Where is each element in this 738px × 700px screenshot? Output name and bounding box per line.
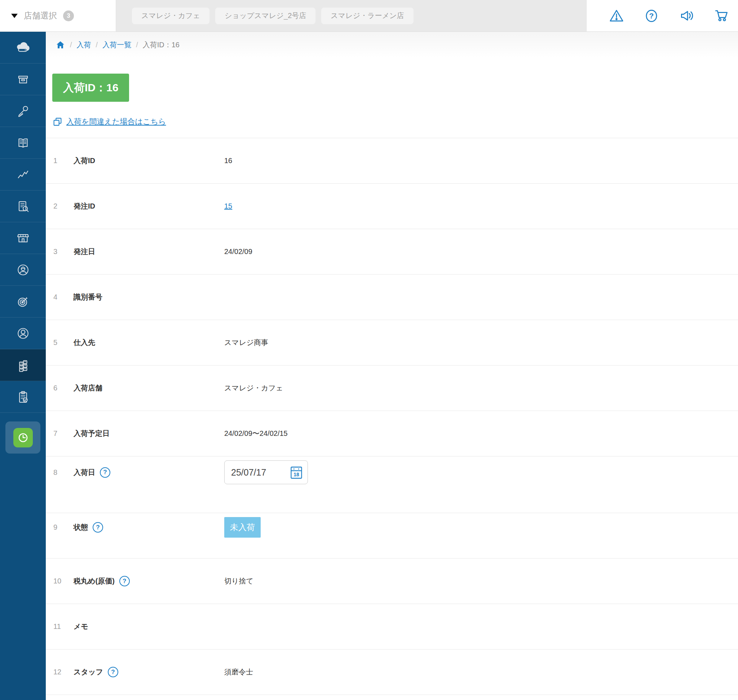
store-selector[interactable]: 店舗選択 3: [0, 0, 116, 31]
field-label: スタッフ?: [73, 667, 224, 677]
sidebar-item-license[interactable]: [0, 95, 46, 127]
person-icon: [15, 325, 31, 341]
field-number: 7: [53, 429, 73, 438]
top-bar: 店舗選択 3 スマレジ・カフェショップスマレジ_2号店スマレジ・ラーメン店 ?: [0, 0, 738, 32]
sidebar-item-targets[interactable]: [0, 286, 46, 318]
field-label: メモ: [73, 622, 224, 631]
field-value: 24/02/09: [224, 247, 738, 256]
book-icon: [15, 135, 31, 151]
store-chip[interactable]: スマレジ・ラーメン店: [321, 7, 413, 24]
field-row: 1 入荷ID 16: [46, 138, 738, 184]
svg-text:?: ?: [649, 12, 654, 20]
breadcrumb: / 入荷 / 入荷一覧 / 入荷ID：16: [46, 32, 738, 58]
sidebar-item-account[interactable]: [0, 318, 46, 349]
field-number: 12: [53, 668, 73, 676]
sidebar-item-members[interactable]: [0, 254, 46, 286]
external-link-icon: [53, 117, 62, 126]
store-selector-label: 店舗選択: [24, 10, 57, 21]
drawers-icon: [15, 357, 31, 373]
mistake-link[interactable]: 入荷を間違えた場合はこちら: [66, 116, 166, 126]
target-icon: [15, 294, 31, 310]
mistake-link-row: 入荷を間違えた場合はこちら: [53, 116, 738, 127]
field-label: 税丸め(原価)?: [73, 576, 224, 586]
store-chip[interactable]: スマレジ・カフェ: [132, 7, 210, 24]
field-label: 状態?: [73, 517, 224, 538]
status-badge: 未入荷: [224, 517, 261, 538]
box-icon: [15, 71, 31, 87]
sidebar-item-stores[interactable]: [0, 222, 46, 254]
field-value-text: スマレジ・カフェ: [224, 383, 283, 393]
key-icon: [15, 103, 31, 119]
arrival-date-input[interactable]: 25/07/17 18: [224, 460, 308, 484]
header-actions: ?: [586, 0, 738, 31]
field-label: 入荷ID: [73, 156, 224, 166]
order-id-link[interactable]: 15: [224, 202, 232, 210]
store-count-badge: 3: [63, 10, 74, 21]
detail-table: 1 入荷ID 16 2 発注ID 15 3 発注日 24/02/09 4 識別番…: [46, 138, 738, 695]
breadcrumb-separator: /: [96, 41, 98, 49]
breadcrumb-current: 入荷ID：16: [143, 40, 179, 50]
field-number: 2: [53, 202, 73, 210]
field-value: 15: [224, 202, 738, 210]
help-icon[interactable]: ?: [643, 7, 660, 24]
sidebar-item-stock[interactable]: [0, 349, 46, 381]
clock-icon: [13, 428, 33, 447]
breadcrumb-link-nyuka[interactable]: 入荷: [77, 40, 91, 50]
field-number: 1: [53, 157, 73, 165]
alert-icon[interactable]: [608, 7, 625, 24]
field-label: 入荷予定日: [73, 429, 224, 438]
field-row: 10 税丸め(原価)? 切り捨て: [46, 559, 738, 604]
field-value-text: 24/02/09: [224, 247, 252, 256]
clipboard-icon: [15, 389, 31, 405]
field-value-text: 切り捨て: [224, 576, 254, 586]
field-help-icon[interactable]: ?: [92, 522, 103, 532]
cart-icon[interactable]: [713, 7, 730, 24]
store-chip-list: スマレジ・カフェショップスマレジ_2号店スマレジ・ラーメン店: [116, 0, 586, 31]
field-row: 11 メモ: [46, 604, 738, 650]
field-value-text: 24/02/09〜24/02/15: [224, 429, 288, 438]
breadcrumb-separator: /: [136, 41, 138, 49]
field-label: 識別番号: [73, 292, 224, 302]
field-number: 10: [53, 577, 73, 585]
field-number: 8: [53, 460, 73, 484]
arrival-date-value: 25/07/17: [231, 467, 266, 478]
field-number: 6: [53, 384, 73, 392]
field-row: 2 発注ID 15: [46, 184, 738, 229]
store-chip[interactable]: ショップスマレジ_2号店: [215, 7, 315, 24]
sidebar-item-ledger[interactable]: [0, 127, 46, 159]
field-row: 3 発注日 24/02/09: [46, 229, 738, 275]
field-help-icon[interactable]: ?: [108, 667, 118, 677]
svg-text:18: 18: [293, 472, 299, 477]
breadcrumb-separator: /: [70, 41, 72, 49]
field-value-text: スマレジ商事: [224, 338, 268, 347]
field-row: 9 状態? 未入荷: [46, 513, 738, 559]
field-value: スマレジ商事: [224, 338, 738, 347]
field-help-icon[interactable]: ?: [100, 467, 110, 478]
field-help-icon[interactable]: ?: [119, 576, 130, 586]
field-value-text: 須磨令士: [224, 667, 253, 677]
sidebar-item-tasks[interactable]: [0, 381, 46, 413]
field-row: 5 仕入先 スマレジ商事: [46, 320, 738, 366]
field-number: 5: [53, 338, 73, 347]
field-value: スマレジ・カフェ: [224, 383, 738, 393]
sidebar-item-reports[interactable]: [0, 191, 46, 222]
main-content: / 入荷 / 入荷一覧 / 入荷ID：16 入荷ID：16 入荷を間違えた場合は…: [46, 32, 738, 700]
field-number: 11: [53, 622, 73, 631]
field-row: 8 入荷日? 25/07/17 18: [46, 456, 738, 513]
sidebar-item-products[interactable]: [0, 63, 46, 95]
calendar-icon[interactable]: 18: [290, 465, 303, 479]
field-label: 仕入先: [73, 338, 224, 347]
sidebar-item-timecard[interactable]: [6, 421, 40, 454]
announcement-icon[interactable]: [678, 7, 695, 24]
breadcrumb-link-nyuka-list[interactable]: 入荷一覧: [103, 40, 131, 50]
sidebar-item-analytics[interactable]: [0, 159, 46, 191]
search-icon: [15, 199, 31, 214]
field-label: 発注日: [73, 247, 224, 257]
sidebar-nav: [0, 32, 46, 700]
page-title-badge: 入荷ID：16: [52, 74, 129, 102]
cloud-icon: [15, 40, 31, 56]
sidebar-item-cloud[interactable]: [0, 32, 46, 63]
field-row: 7 入荷予定日 24/02/09〜24/02/15: [46, 411, 738, 456]
caret-down-icon: [11, 14, 18, 18]
home-icon[interactable]: [56, 40, 65, 50]
